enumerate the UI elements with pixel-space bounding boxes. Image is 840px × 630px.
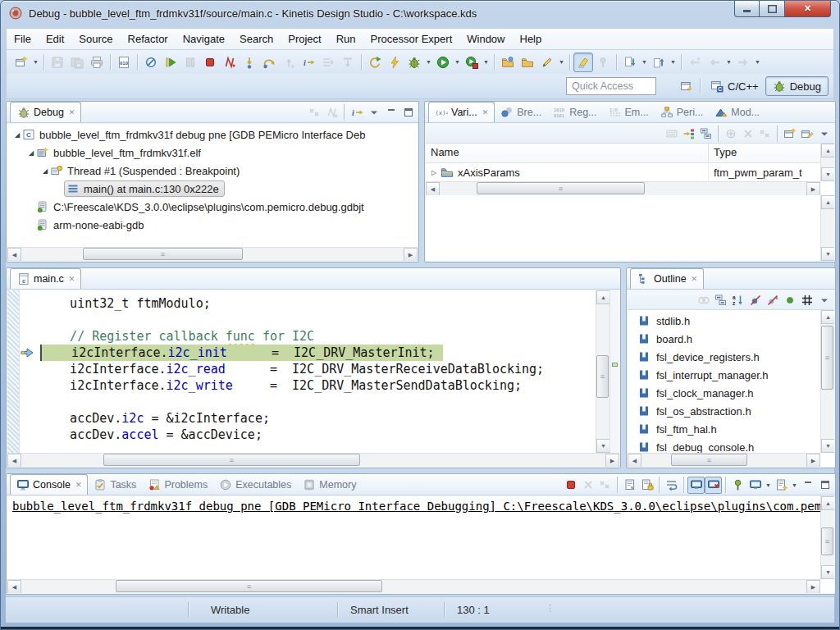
tree-item-content[interactable]: Cbubble_level_ftm_frdmkv31f debug pne [G… (22, 128, 365, 141)
close-icon[interactable]: ✕ (482, 108, 489, 116)
code-line-current[interactable]: i2cInterface.i2c_init = I2C_DRV_MasterIn… (40, 345, 596, 361)
outline-item[interactable]: fsl_debug_console.h (628, 438, 820, 453)
word-wrap-button[interactable] (663, 477, 680, 494)
minimize-button[interactable] (382, 104, 399, 121)
step-into-button[interactable] (240, 52, 259, 72)
debug-tree-item[interactable]: ◢Thread #1 (Suspended : Breakpoint) (7, 162, 418, 180)
outline-horizontal-scrollbar[interactable]: ◀ ≡ ▶ (628, 453, 820, 467)
menu-help[interactable]: Help (513, 30, 550, 48)
show-stderr-button[interactable] (705, 477, 722, 494)
print-button[interactable] (87, 52, 107, 72)
code-line[interactable] (40, 312, 596, 328)
maximize-button[interactable] (399, 104, 417, 121)
last-edit-location-button[interactable] (685, 52, 705, 72)
chevron-down-icon[interactable]: ▼ (557, 52, 566, 72)
console-output[interactable]: bubble_level_ftm_frdmkv31f debug pne [GD… (12, 500, 815, 513)
outline-item[interactable]: fsl_ftm_hal.h (628, 420, 820, 438)
step-return-button[interactable] (279, 52, 299, 72)
tree-item-content[interactable]: Thread #1 (Suspended : Breakpoint) (50, 164, 240, 177)
pin-console-button[interactable] (729, 477, 746, 494)
column-header-type[interactable]: Type (709, 144, 820, 162)
perspective-debug-button[interactable]: Debug (765, 76, 829, 96)
link-with-editor-button[interactable] (695, 291, 712, 308)
tab-console[interactable]: Console✕ (10, 474, 88, 495)
open-file-button[interactable] (518, 52, 537, 72)
debug-tree-item[interactable]: arm-none-eabi-gdb (7, 216, 418, 234)
maximize-icon[interactable] (601, 271, 619, 288)
hide-fields-button[interactable] (746, 291, 764, 308)
chevron-down-icon[interactable]: ▼ (764, 475, 773, 495)
selected-stack-frame[interactable]: main() at main.c:130 0x222e (64, 180, 225, 197)
scroll-right-icon[interactable]: ▶ (806, 182, 820, 196)
code-line[interactable] (40, 394, 596, 410)
menu-processor-expert[interactable]: Processor Expert (363, 30, 460, 48)
scroll-left-icon[interactable]: ◀ (7, 454, 21, 467)
debug-tree-item[interactable]: main() at main.c:130 0x222e (7, 180, 418, 198)
new-view-button[interactable] (781, 125, 798, 142)
minimize-icon[interactable] (799, 104, 816, 121)
code-line[interactable]: // Register callback func for I2C (40, 328, 596, 345)
drop-to-frame-button[interactable] (338, 52, 358, 72)
skip-all-breakpoints-button[interactable] (141, 52, 161, 72)
code-line[interactable]: i2cInterface.i2c_write = I2C_DRV_MasterS… (40, 377, 596, 394)
terminate-button[interactable] (200, 52, 220, 72)
run-button[interactable] (433, 52, 453, 72)
scroll-right-icon[interactable]: ▶ (806, 580, 820, 593)
new-wizard-button[interactable] (11, 52, 31, 72)
resume-button[interactable] (161, 52, 180, 72)
next-annotation-button[interactable] (620, 52, 640, 72)
menu-run[interactable]: Run (329, 30, 363, 48)
overview-marker[interactable] (612, 363, 618, 367)
tree-item-content[interactable]: C:\Freescale\KDS_3.0.0\eclipse\plugins\c… (36, 200, 364, 213)
save-button[interactable] (48, 52, 67, 72)
menu-source[interactable]: Source (71, 30, 120, 48)
scroll-down-icon[interactable]: ▼ (821, 439, 834, 453)
tab-executables[interactable]: Executables (213, 474, 297, 495)
instruction-stepping-button[interactable]: i (299, 52, 318, 72)
tree-item-content[interactable]: bubble_level_ftm_frdmkv31f.elf (36, 146, 201, 159)
menu-window[interactable]: Window (459, 30, 512, 48)
debug-horizontal-scrollbar[interactable]: ◀ ≡ ▶ (7, 247, 418, 261)
tab-bre[interactable]: Bre... (495, 102, 547, 122)
tab-vari[interactable]: (x)=Vari...✕ (428, 102, 495, 122)
tree-collapsed-icon[interactable]: ▷ (429, 169, 439, 176)
menu-edit[interactable]: Edit (39, 30, 71, 48)
menu-navigate[interactable]: Navigate (176, 30, 232, 48)
close-icon[interactable]: ✕ (692, 275, 698, 283)
sort-button[interactable]: az (729, 291, 746, 308)
variables-horizontal-scrollbar[interactable]: ◀ ≡ ▶ (426, 181, 820, 195)
view-menu-button[interactable] (815, 291, 833, 308)
mark-occurrences-button[interactable] (573, 52, 593, 72)
scroll-up-icon[interactable]: ▲ (821, 310, 834, 324)
restart-button[interactable] (365, 52, 385, 72)
edit-view-button[interactable] (798, 125, 815, 142)
new-watch-button[interactable] (722, 125, 739, 142)
open-console-button[interactable] (773, 477, 790, 494)
outline-item[interactable]: fsl_interrupt_manager.h (628, 366, 820, 384)
outline-item[interactable]: fsl_clock_manager.h (628, 384, 820, 402)
scroll-down-icon[interactable]: ▼ (821, 247, 834, 261)
scroll-up-icon[interactable]: ▲ (821, 144, 834, 158)
step-filters-button[interactable] (318, 52, 338, 72)
view-menu-button[interactable] (815, 125, 833, 142)
forward-button[interactable] (733, 52, 753, 72)
scroll-up-icon[interactable]: ▲ (821, 496, 834, 510)
scroll-lock-button[interactable] (638, 477, 655, 494)
display-console-button[interactable] (746, 477, 764, 494)
scroll-right-icon[interactable]: ▶ (806, 454, 820, 467)
chevron-down-icon[interactable]: ▼ (482, 52, 491, 72)
close-icon[interactable]: ✕ (69, 275, 75, 283)
scroll-left-icon[interactable]: ◀ (7, 580, 21, 593)
minimize-icon[interactable] (584, 271, 601, 288)
outline-item[interactable]: fsl_device_registers.h (628, 348, 820, 366)
tab-debug-view[interactable]: Debug ✕ (10, 102, 81, 122)
code-line[interactable]: accDev.accel = &accDevice; (40, 427, 596, 443)
outline-item[interactable]: fsl_os_abstraction.h (628, 402, 820, 420)
chevron-down-icon[interactable]: ▼ (424, 52, 433, 72)
perspective-cc-button[interactable]: CC/C++ (704, 77, 765, 95)
tree-item-content[interactable]: arm-none-eabi-gdb (36, 218, 144, 231)
show-type-names-button[interactable] (663, 125, 680, 142)
disconnect-button[interactable] (220, 52, 240, 72)
scroll-up-icon[interactable]: ▲ (596, 290, 610, 304)
editor-ruler[interactable] (21, 290, 40, 453)
